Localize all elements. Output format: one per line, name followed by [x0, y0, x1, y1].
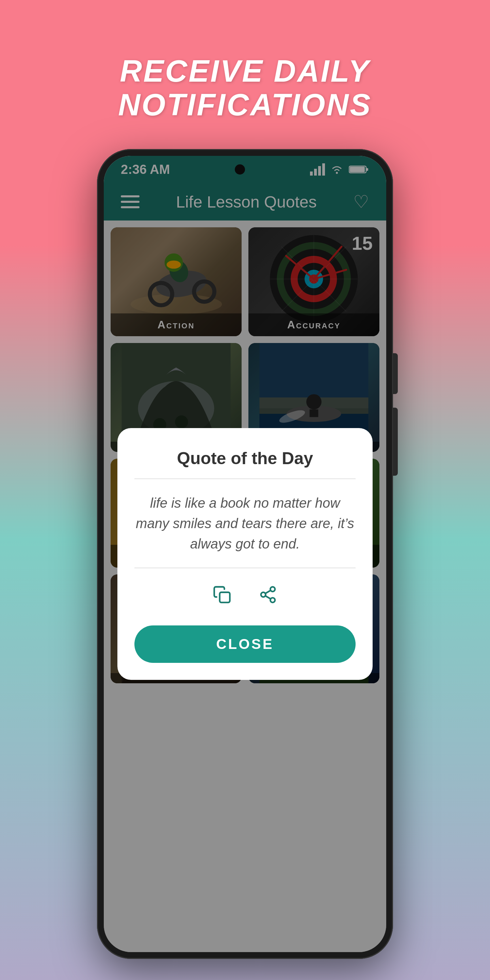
close-button[interactable]: CLOSE	[134, 625, 356, 663]
svg-line-67	[266, 596, 271, 599]
header-banner: RECEIVE DAILY NOTIFICATIONS	[118, 27, 372, 122]
copy-button[interactable]	[213, 585, 231, 608]
header-line1: RECEIVE DAILY	[118, 54, 372, 88]
phone-screen: 2:36 AM	[104, 156, 386, 952]
quote-modal: Quote of the Day life is like a book no …	[118, 428, 372, 680]
volume-button[interactable]	[393, 408, 398, 476]
modal-divider-bottom	[134, 568, 356, 568]
svg-line-68	[266, 590, 271, 593]
modal-divider-top	[134, 479, 356, 479]
modal-quote-text: life is like a book no matter how many s…	[134, 493, 356, 554]
header-title: RECEIVE DAILY NOTIFICATIONS	[118, 54, 372, 122]
modal-action-buttons	[134, 585, 356, 608]
modal-overlay: Quote of the Day life is like a book no …	[104, 156, 386, 952]
power-button[interactable]	[393, 353, 398, 394]
svg-rect-63	[220, 592, 230, 603]
header-line2: NOTIFICATIONS	[118, 88, 372, 122]
copy-icon	[213, 585, 231, 604]
share-button[interactable]	[259, 585, 277, 608]
phone-frame: 2:36 AM	[97, 149, 393, 959]
share-icon	[259, 585, 277, 604]
modal-title: Quote of the Day	[134, 449, 356, 468]
